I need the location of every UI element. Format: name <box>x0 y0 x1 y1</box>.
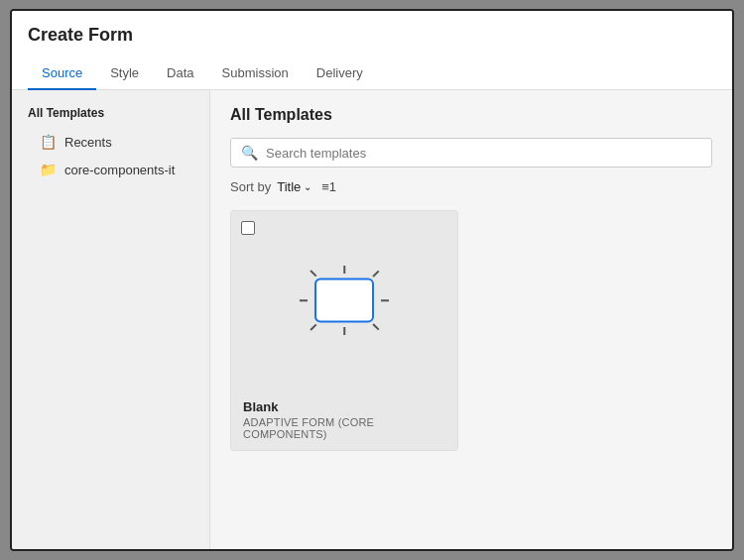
blank-form-visual <box>300 266 389 335</box>
sidebar-core-label: core-components-it <box>64 163 175 177</box>
main-panel: All Templates 🔍 Sort by Title ⌄ ≡1 <box>210 90 732 549</box>
tab-submission[interactable]: Submission <box>208 57 303 90</box>
sort-count-icon: ≡1 <box>321 179 336 194</box>
sort-select[interactable]: Title ⌄ <box>277 179 311 194</box>
tick-bottomright <box>372 324 379 331</box>
tab-delivery[interactable]: Delivery <box>303 57 377 90</box>
sidebar: All Templates 📋 Recents 📁 core-component… <box>12 90 210 549</box>
folder-icon: 📁 <box>40 162 57 177</box>
card-name: Blank <box>243 399 445 414</box>
tick-topright <box>372 271 379 278</box>
blank-form-box <box>314 279 374 323</box>
chevron-down-icon: ⌄ <box>304 181 311 192</box>
card-subtitle: ADAPTIVE FORM (CORE COMPONENTS) <box>243 416 445 440</box>
recents-icon: 📋 <box>40 134 57 150</box>
tab-style[interactable]: Style <box>96 57 153 90</box>
window-title: Create Form <box>28 25 716 46</box>
tick-right <box>381 299 389 301</box>
sort-bar: Sort by Title ⌄ ≡1 <box>230 179 712 194</box>
card-preview <box>231 211 457 390</box>
tick-bottom <box>343 327 345 335</box>
search-bar: 🔍 <box>230 138 712 168</box>
sidebar-item-core-components[interactable]: 📁 core-components-it <box>12 156 209 183</box>
tick-left <box>300 299 308 301</box>
template-card-blank[interactable]: Blank ADAPTIVE FORM (CORE COMPONENTS) <box>230 210 458 451</box>
tick-top <box>343 266 345 274</box>
main-panel-title: All Templates <box>230 106 712 124</box>
content-area: All Templates 📋 Recents 📁 core-component… <box>12 90 732 549</box>
tab-source[interactable]: Source <box>28 57 96 90</box>
create-form-window: Create Form Source Style Data Submission… <box>10 9 734 551</box>
sort-value: Title <box>277 179 301 194</box>
search-input[interactable] <box>266 146 701 161</box>
tick-bottomleft <box>310 324 316 331</box>
tab-bar: Source Style Data Submission Delivery <box>28 57 716 89</box>
sort-label: Sort by <box>230 179 271 194</box>
card-checkbox[interactable] <box>241 221 255 235</box>
tick-topleft <box>310 271 316 278</box>
tab-data[interactable]: Data <box>153 57 207 90</box>
sidebar-recents-label: Recents <box>64 135 112 150</box>
sidebar-section-title: All Templates <box>12 102 209 128</box>
search-icon: 🔍 <box>241 145 258 161</box>
title-bar: Create Form Source Style Data Submission… <box>12 11 732 90</box>
card-footer: Blank ADAPTIVE FORM (CORE COMPONENTS) <box>231 390 457 450</box>
sidebar-item-recents[interactable]: 📋 Recents <box>12 128 209 156</box>
